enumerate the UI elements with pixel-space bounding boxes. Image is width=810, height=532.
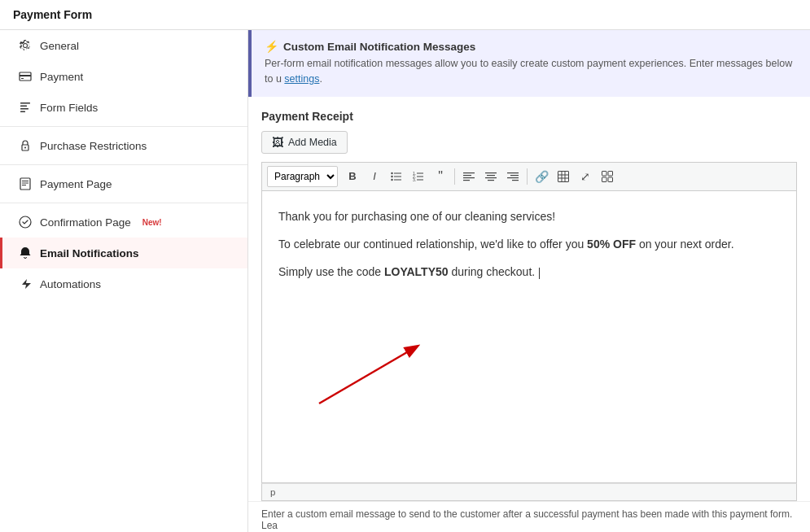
svg-line-48 <box>319 347 417 403</box>
sidebar-item-purchase-restrictions[interactable]: Purchase Restrictions <box>0 130 247 161</box>
svg-point-13 <box>20 216 31 228</box>
svg-rect-27 <box>463 175 471 176</box>
align-left-button[interactable] <box>458 166 479 187</box>
fullscreen-button[interactable]: ⤢ <box>575 166 596 187</box>
main-content: ⚡ Custom Email Notification Messages Per… <box>248 30 810 532</box>
add-media-icon: 🖼 <box>272 136 283 149</box>
svg-rect-4 <box>20 106 27 107</box>
info-banner: ⚡ Custom Email Notification Messages Per… <box>248 30 810 97</box>
paragraph-select[interactable]: Paragraph <box>267 166 338 187</box>
bold-offer: 50% OFF <box>587 238 636 251</box>
svg-rect-15 <box>394 172 401 173</box>
sidebar-item-payment-label: Payment <box>40 71 83 83</box>
svg-rect-32 <box>485 177 497 178</box>
editor-area[interactable]: Thank you for purchasing one of our clea… <box>261 190 797 483</box>
banner-text: Per-form email notification messages all… <box>265 56 797 87</box>
bolt-icon <box>19 277 32 290</box>
svg-rect-37 <box>512 180 519 181</box>
text-cursor <box>539 268 540 279</box>
svg-rect-6 <box>20 111 25 113</box>
svg-rect-5 <box>20 108 28 110</box>
sidebar-item-payment-page-label: Payment Page <box>40 178 112 190</box>
svg-rect-17 <box>394 176 401 177</box>
svg-rect-10 <box>22 181 28 181</box>
editor-statusbar: p <box>261 483 797 501</box>
editor-content: Thank you for purchasing one of our clea… <box>278 207 780 281</box>
form-icon <box>19 101 32 114</box>
svg-rect-29 <box>463 180 470 181</box>
editor-line-2: To celebrate our continued relationship,… <box>278 235 780 253</box>
align-right-button[interactable] <box>502 166 523 187</box>
link-button[interactable]: 🔗 <box>531 166 552 187</box>
svg-rect-43 <box>602 171 607 176</box>
add-media-button[interactable]: 🖼 Add Media <box>261 131 348 154</box>
sidebar-item-payment-page[interactable]: Payment Page <box>0 168 247 199</box>
svg-rect-46 <box>608 177 613 182</box>
bell-icon <box>19 246 32 259</box>
sidebar-item-form-fields-label: Form Fields <box>40 102 98 114</box>
page-icon <box>19 177 32 190</box>
svg-point-16 <box>391 175 392 177</box>
arrow-annotation <box>311 330 441 416</box>
svg-rect-21 <box>417 172 423 173</box>
banner-bolt-icon: ⚡ <box>265 40 278 53</box>
banner-title: ⚡ Custom Email Notification Messages <box>265 40 797 53</box>
new-badge: New! <box>142 218 162 227</box>
svg-rect-2 <box>21 78 24 79</box>
sidebar-item-automations[interactable]: Automations <box>0 268 247 299</box>
ordered-list-button[interactable]: 1.2.3. <box>408 166 429 187</box>
svg-rect-23 <box>417 176 423 177</box>
editor-toolbar: Paragraph B I 1.2.3. " <box>261 162 797 190</box>
svg-rect-34 <box>507 172 519 173</box>
svg-rect-19 <box>394 179 401 180</box>
table-button[interactable] <box>553 166 574 187</box>
banner-settings-link[interactable]: settings <box>284 73 319 85</box>
svg-rect-25 <box>417 179 423 180</box>
app-header: Payment Form <box>0 0 810 30</box>
sidebar-item-purchase-restrictions-label: Purchase Restrictions <box>40 140 147 152</box>
svg-point-14 <box>391 172 392 173</box>
svg-rect-28 <box>463 177 475 178</box>
sidebar-item-general[interactable]: General <box>0 30 247 61</box>
svg-rect-45 <box>602 177 607 182</box>
sidebar-item-email-notifications[interactable]: Email Notifications <box>0 238 247 268</box>
svg-rect-35 <box>510 175 519 176</box>
section-title: Payment Receipt <box>261 110 797 123</box>
gear-icon <box>19 39 32 52</box>
toolbar-separator-2 <box>527 168 528 185</box>
sidebar-item-form-fields[interactable]: Form Fields <box>0 92 247 123</box>
svg-rect-44 <box>608 171 613 176</box>
sidebar-item-automations-label: Automations <box>40 278 101 290</box>
svg-text:3.: 3. <box>413 177 416 182</box>
editor-line-3: Simply use the code LOYALTY50 during che… <box>278 263 780 281</box>
svg-rect-3 <box>20 102 30 104</box>
svg-rect-9 <box>20 178 30 190</box>
svg-point-18 <box>391 178 392 180</box>
italic-button[interactable]: I <box>364 166 385 187</box>
svg-rect-1 <box>20 75 31 76</box>
svg-rect-36 <box>507 177 519 178</box>
bold-code: LOYALTY50 <box>384 265 449 278</box>
lock-icon <box>19 139 32 152</box>
svg-rect-11 <box>22 183 28 184</box>
align-center-button[interactable] <box>480 166 501 187</box>
bold-button[interactable]: B <box>342 166 363 187</box>
sidebar-item-confirmation-page[interactable]: Confirmation Page New! <box>0 207 247 238</box>
svg-point-8 <box>24 147 26 149</box>
svg-rect-31 <box>487 175 495 176</box>
svg-rect-33 <box>488 180 494 181</box>
sidebar-item-email-notifications-label: Email Notifications <box>40 247 139 259</box>
payment-receipt-section: Payment Receipt 🖼 Add Media Paragraph B … <box>248 97 810 501</box>
payment-icon <box>19 70 32 83</box>
editor-line-1: Thank you for purchasing one of our clea… <box>278 207 780 225</box>
sidebar-item-payment[interactable]: Payment <box>0 61 247 92</box>
svg-rect-38 <box>558 171 569 181</box>
grid-button[interactable] <box>597 166 618 187</box>
blockquote-button[interactable]: " <box>430 166 451 187</box>
svg-rect-26 <box>463 172 475 173</box>
unordered-list-button[interactable] <box>386 166 407 187</box>
check-circle-icon <box>19 216 32 229</box>
sidebar: General Payment Form Fiel <box>0 30 248 532</box>
sidebar-item-general-label: General <box>40 40 79 52</box>
svg-rect-30 <box>485 172 497 173</box>
